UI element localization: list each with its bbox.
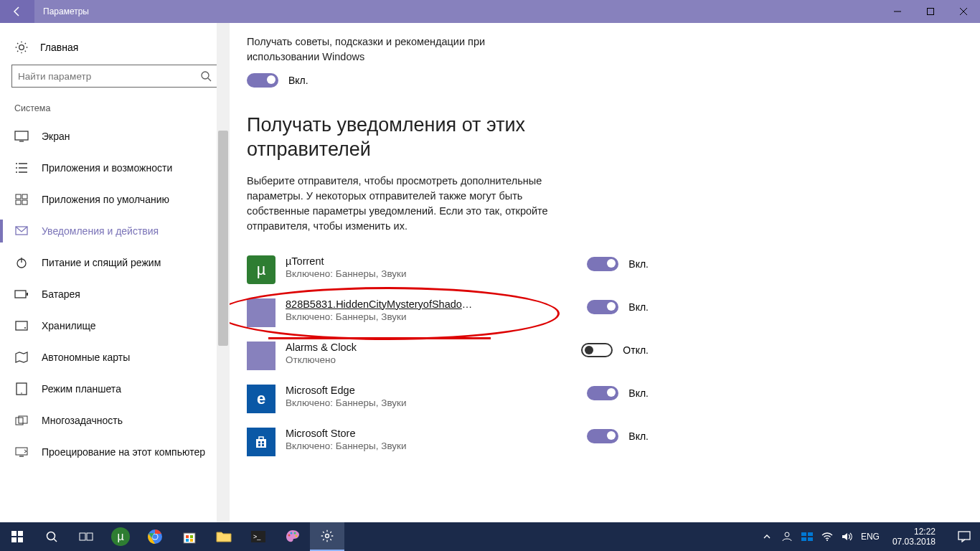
sender-row[interactable]: 828B5831.HiddenCityMysteryofShadows... В… [247, 291, 649, 334]
svg-rect-23 [16, 321, 27, 330]
svg-text:>_: >_ [253, 533, 261, 540]
search-button[interactable] [34, 522, 69, 551]
system-tray: ENG 12:22 07.03.2018 [753, 527, 948, 547]
minimize-button[interactable] [881, 0, 914, 23]
sender-toggle[interactable] [587, 429, 618, 443]
svg-point-63 [826, 540, 828, 541]
taskbar-app-explorer[interactable] [207, 522, 241, 551]
tray-clock[interactable]: 12:22 07.03.2018 [887, 527, 941, 547]
start-button[interactable] [0, 522, 34, 551]
svg-rect-50 [190, 539, 193, 542]
sender-name: 828B5831.HiddenCityMysteryofShadows... [286, 298, 479, 310]
close-icon [959, 7, 968, 16]
tray-input-icon[interactable] [801, 530, 814, 543]
sender-row[interactable]: µ µTorrent Включено: Баннеры, Звуки Вкл. [247, 248, 649, 291]
notification-icon [958, 531, 971, 542]
svg-rect-14 [16, 194, 21, 199]
minimize-icon [893, 7, 902, 16]
sidebar-item-label: Автономные карты [42, 352, 130, 363]
svg-point-45 [153, 534, 158, 540]
tips-toggle-label: Вкл. [288, 75, 308, 86]
sidebar-item-label: Питание и спящий режим [42, 257, 161, 268]
scrollbar-thumb[interactable] [218, 131, 228, 346]
sidebar-scrollbar[interactable] [217, 23, 230, 522]
sidebar-item-apps-features[interactable]: Приложения и возможности [11, 152, 218, 184]
svg-line-40 [54, 539, 57, 542]
action-center-button[interactable] [948, 522, 980, 551]
tray-wifi-icon[interactable] [821, 530, 834, 543]
sidebar-item-notifications[interactable]: Уведомления и действия [11, 215, 218, 247]
power-icon [14, 255, 29, 270]
taskbar-app-utorrent[interactable]: µ [103, 522, 138, 551]
app-icon [247, 342, 275, 370]
taskbar-app-paint[interactable] [275, 522, 310, 551]
close-button[interactable] [947, 0, 980, 23]
tablet-icon [14, 382, 29, 396]
sender-row[interactable]: Microsoft Store Включено: Баннеры, Звуки… [247, 420, 649, 463]
back-button[interactable] [0, 0, 34, 23]
tips-description: Получать советы, подсказки и рекомендаци… [247, 34, 555, 65]
storage-icon [14, 319, 29, 333]
svg-rect-35 [11, 531, 17, 536]
sidebar-item-projecting[interactable]: Проецирование на этот компьютер [11, 436, 218, 468]
sender-toggle-label: Вкл. [628, 258, 649, 270]
sender-toggle[interactable] [581, 343, 613, 357]
taskbar-app-terminal[interactable]: >_ [241, 522, 275, 551]
sidebar-item-label: Многозадачность [42, 415, 123, 426]
main-pane: Получать советы, подсказки и рекомендаци… [230, 23, 980, 522]
sidebar-item-storage[interactable]: Хранилище [11, 310, 218, 342]
sidebar-item-battery[interactable]: Батарея [11, 278, 218, 310]
sidebar-item-display[interactable]: Экран [11, 121, 218, 152]
taskbar-app-store[interactable] [172, 522, 207, 551]
tips-toggle[interactable] [247, 73, 278, 88]
sender-toggle[interactable] [587, 257, 618, 271]
svg-rect-33 [258, 444, 260, 446]
tray-chevron-up-icon[interactable] [760, 530, 773, 543]
sender-row[interactable]: e Microsoft Edge Включено: Баннеры, Звук… [247, 377, 649, 420]
sidebar-item-label: Батарея [42, 288, 80, 300]
maximize-button[interactable] [914, 0, 947, 23]
sidebar-item-multitasking[interactable]: Многозадачность [11, 405, 218, 436]
svg-rect-48 [190, 535, 193, 538]
home-button[interactable]: Главная [11, 33, 218, 65]
svg-rect-15 [22, 194, 27, 199]
map-icon [14, 350, 29, 364]
sender-status: Отключено [286, 354, 571, 365]
sender-row[interactable]: Alarms & Clock Отключено Откл. [247, 334, 649, 377]
svg-point-58 [785, 532, 789, 537]
search-icon [200, 70, 212, 82]
svg-rect-38 [18, 537, 23, 542]
sidebar-item-power[interactable]: Питание и спящий режим [11, 247, 218, 278]
sender-toggle[interactable] [587, 386, 618, 400]
svg-rect-59 [801, 532, 806, 536]
svg-point-55 [294, 532, 296, 534]
tray-people-icon[interactable] [781, 530, 793, 543]
taskbar-app-chrome[interactable] [138, 522, 172, 551]
search-box[interactable] [11, 65, 218, 88]
svg-rect-62 [808, 537, 813, 541]
search-input[interactable] [18, 71, 200, 82]
task-view-button[interactable] [69, 522, 103, 551]
sender-name: Alarms & Clock [286, 342, 479, 353]
tray-language[interactable]: ENG [861, 532, 880, 542]
taskbar-app-settings[interactable] [310, 522, 344, 551]
sidebar-item-default-apps[interactable]: Приложения по умолчанию [11, 184, 218, 215]
sender-toggle[interactable] [587, 300, 618, 314]
svg-rect-46 [184, 533, 195, 543]
sender-toggle-label: Вкл. [628, 301, 649, 313]
svg-rect-21 [15, 291, 26, 298]
sender-toggle-label: Вкл. [628, 387, 649, 399]
svg-point-24 [24, 327, 26, 329]
window-title: Параметры [34, 6, 881, 17]
tray-volume-icon[interactable] [841, 530, 854, 543]
svg-rect-34 [262, 444, 264, 446]
multitask-icon [14, 413, 29, 428]
senders-description: Выберите отправителя, чтобы просмотреть … [247, 174, 555, 234]
svg-rect-61 [801, 537, 806, 541]
battery-icon [14, 287, 29, 301]
sidebar-item-tablet-mode[interactable]: Режим планшета [11, 373, 218, 405]
sidebar-item-offline-maps[interactable]: Автономные карты [11, 342, 218, 373]
sender-status: Включено: Баннеры, Звуки [286, 441, 577, 451]
titlebar: Параметры [0, 0, 980, 23]
window-controls [881, 0, 980, 23]
